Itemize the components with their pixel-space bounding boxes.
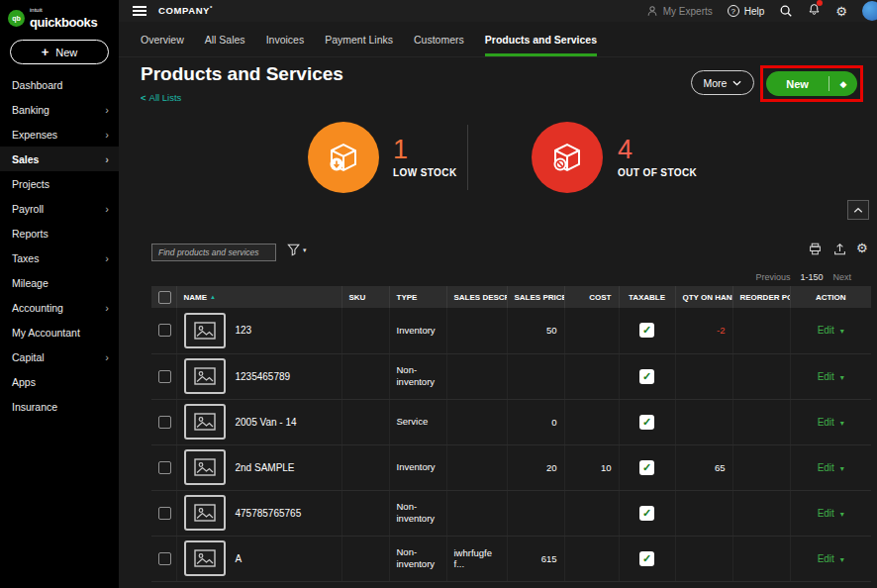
header-sales-description[interactable]: SALES DESCRIPTION — [446, 286, 507, 308]
taxable-checkbox[interactable]: ✓ — [639, 369, 654, 384]
edit-link[interactable]: Edit — [818, 462, 834, 473]
help-button[interactable]: ? Help — [728, 5, 765, 17]
row-checkbox[interactable] — [158, 324, 171, 337]
taxable-checkbox[interactable]: ✓ — [639, 415, 654, 430]
product-type: Inventory — [389, 308, 446, 353]
edit-link[interactable]: Edit — [818, 508, 834, 519]
new-product-label: New — [766, 78, 828, 90]
sidebar-item-dashboard[interactable]: Dashboard — [0, 72, 119, 97]
tab-invoices[interactable]: Invoices — [266, 34, 305, 56]
sidebar-item-reports[interactable]: Reports — [0, 221, 119, 245]
brand-quickbooks: quickbooks — [30, 15, 97, 30]
product-name: 1235465789 — [236, 371, 291, 382]
new-transaction-button[interactable]: + New — [10, 40, 109, 64]
header-name[interactable]: NAME▲ — [176, 286, 341, 308]
header-reorder-point[interactable]: REORDER POINT — [732, 286, 790, 308]
check-icon: ✓ — [642, 552, 651, 565]
search-icon[interactable] — [779, 4, 793, 18]
sidebar-item-projects[interactable]: Projects — [0, 171, 119, 196]
search-input[interactable] — [151, 244, 276, 261]
notifications-button[interactable] — [808, 2, 821, 20]
new-transaction-label: New — [55, 47, 77, 58]
chevron-right-icon: › — [105, 129, 109, 141]
sidebar-item-accounting[interactable]: Accounting› — [0, 295, 119, 320]
check-icon: ✓ — [642, 461, 651, 474]
sidebar-item-insurance[interactable]: Insurance — [0, 394, 119, 419]
tab-products-and-services[interactable]: Products and Services — [485, 34, 597, 56]
row-checkbox[interactable] — [158, 461, 171, 474]
product-name: 475785765765 — [236, 508, 302, 519]
header-sales-price[interactable]: SALES PRICE — [507, 286, 564, 308]
header-taxable[interactable]: TAXABLE — [619, 286, 675, 308]
sidebar-item-mileage[interactable]: Mileage — [0, 270, 119, 295]
print-button[interactable] — [809, 242, 822, 259]
edit-dropdown-caret-icon[interactable]: ▾ — [840, 464, 844, 473]
tab-all-sales[interactable]: All Sales — [205, 34, 245, 56]
row-checkbox[interactable] — [158, 552, 171, 565]
taxable-checkbox[interactable]: ✓ — [639, 506, 654, 521]
tab-payment-links[interactable]: Payment Links — [325, 34, 393, 56]
settings-gear-icon[interactable]: ⚙ — [835, 5, 847, 18]
header-type[interactable]: TYPE — [389, 286, 446, 308]
new-product-button[interactable]: New ◆ — [766, 71, 857, 96]
product-name: A — [236, 553, 243, 564]
row-checkbox[interactable] — [158, 416, 171, 429]
row-checkbox[interactable] — [158, 507, 171, 520]
sidebar-item-label: Accounting — [12, 302, 63, 314]
my-experts-button[interactable]: My Experts — [646, 5, 713, 17]
sidebar-item-my-accountant[interactable]: My Accountant — [0, 320, 119, 344]
table-settings-gear-icon[interactable]: ⚙ — [856, 241, 868, 255]
sidebar-item-payroll[interactable]: Payroll› — [0, 196, 119, 221]
product-sales-description — [446, 308, 507, 353]
tab-overview[interactable]: Overview — [141, 34, 184, 56]
taxable-checkbox[interactable]: ✓ — [639, 323, 654, 338]
header-cost[interactable]: COST — [564, 286, 619, 308]
sidebar-item-capital[interactable]: Capital› — [0, 344, 119, 369]
edit-dropdown-caret-icon[interactable]: ▾ — [840, 510, 844, 519]
product-qty-on-hand: 65 — [675, 444, 732, 490]
table-row: 2005 Van - 14 Service 0 ✓ Edit▾ — [151, 399, 871, 444]
edit-link[interactable]: Edit — [818, 325, 834, 336]
row-checkbox[interactable] — [158, 370, 171, 383]
edit-dropdown-caret-icon[interactable]: ▾ — [840, 555, 844, 564]
company-name[interactable]: COMPANY* — [158, 5, 213, 16]
edit-dropdown-caret-icon[interactable]: ▾ — [840, 373, 844, 382]
sidebar-item-sales[interactable]: Sales› — [0, 147, 119, 171]
filter-button[interactable]: ▾ — [287, 244, 307, 256]
low-stock-circle[interactable] — [308, 122, 379, 193]
header-sku[interactable]: SKU — [341, 286, 389, 308]
header-qty-on-hand[interactable]: QTY ON HAND — [675, 286, 732, 308]
product-sku — [341, 399, 389, 444]
out-of-stock-count: 4 — [618, 135, 633, 165]
pagination-previous[interactable]: Previous — [755, 272, 790, 282]
taxable-checkbox[interactable]: ✓ — [639, 460, 654, 475]
sidebar-item-label: Projects — [12, 178, 49, 190]
taxable-checkbox[interactable]: ✓ — [639, 551, 654, 566]
product-type: Service — [389, 399, 446, 444]
tab-customers[interactable]: Customers — [414, 34, 464, 56]
diamond-icon[interactable]: ◆ — [829, 79, 857, 89]
pagination-next[interactable]: Next — [832, 272, 851, 282]
edit-dropdown-caret-icon[interactable]: ▾ — [840, 327, 844, 336]
more-button[interactable]: More — [691, 70, 754, 95]
edit-link[interactable]: Edit — [818, 553, 834, 564]
sidebar-item-expenses[interactable]: Expenses› — [0, 122, 119, 147]
edit-link[interactable]: Edit — [818, 371, 834, 382]
product-sales-description — [446, 444, 507, 490]
sidebar-item-label: Apps — [12, 376, 36, 388]
low-stock-label: LOW STOCK — [393, 167, 457, 178]
collapse-panel-button[interactable] — [847, 200, 869, 220]
product-sales-description — [446, 490, 507, 536]
sidebar-item-apps[interactable]: Apps — [0, 369, 119, 394]
user-avatar[interactable] — [862, 1, 877, 21]
edit-link[interactable]: Edit — [818, 417, 834, 428]
out-of-stock-circle[interactable] — [532, 122, 603, 193]
edit-dropdown-caret-icon[interactable]: ▾ — [840, 419, 844, 428]
select-all-checkbox[interactable] — [158, 291, 171, 304]
export-button[interactable] — [833, 242, 846, 259]
chevron-down-icon — [732, 80, 741, 86]
sidebar-item-taxes[interactable]: Taxes› — [0, 245, 119, 270]
all-lists-link[interactable]: <All Lists — [141, 92, 181, 103]
sidebar-item-banking[interactable]: Banking› — [0, 97, 119, 122]
hamburger-menu-icon[interactable] — [133, 4, 146, 18]
